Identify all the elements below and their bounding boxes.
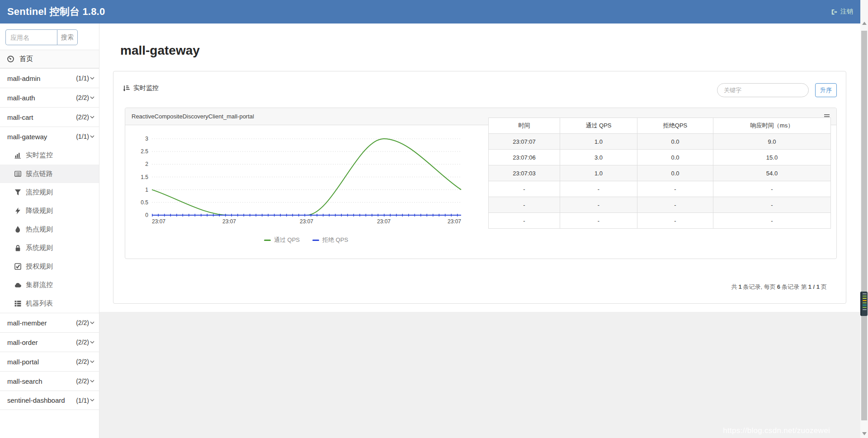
svg-text:23:07: 23:07	[377, 218, 391, 225]
table-cell: 1.0	[560, 134, 637, 150]
submenu-label: 降级规则	[26, 207, 53, 215]
table-column-header: 时间	[489, 118, 560, 134]
submenu-item-cluster-flow[interactable]: 集群流控	[0, 276, 99, 294]
app-search-group: 搜索	[5, 29, 94, 45]
sidebar-item-mall-auth[interactable]: mall-auth (2/2)	[0, 88, 99, 107]
sidebar-item-mall-order[interactable]: mall-order (2/2)	[0, 332, 99, 352]
chevron-down-icon	[90, 380, 94, 383]
submenu-item-system-rules[interactable]: 系统规则	[0, 239, 99, 257]
cloud-icon	[14, 282, 21, 288]
record-total: 1	[738, 283, 741, 290]
svg-text:3: 3	[145, 136, 148, 142]
watermark-url: https://blog.csdn.net/zuozewei	[723, 426, 830, 435]
app-name: mall-gateway	[7, 133, 47, 141]
logout-button[interactable]: 注销	[831, 8, 853, 16]
legend-item-pass-qps[interactable]: 通过 QPS	[264, 236, 300, 244]
app-name: mall-cart	[7, 113, 33, 121]
scrollbar-up-arrow[interactable]	[862, 22, 867, 25]
legend-label: 拒绝 QPS	[322, 236, 348, 244]
keyword-input[interactable]	[717, 83, 809, 97]
submenu-item-flow-rules[interactable]: 流控规则	[0, 183, 99, 202]
submenu-item-authority-rules[interactable]: 授权规则	[0, 257, 99, 276]
submenu-label: 热点规则	[26, 225, 53, 234]
scroll-minimap-widget[interactable]	[860, 292, 868, 316]
pagination-summary: 共1条记录, 每页6条记录 第1 / 1页	[731, 283, 827, 291]
sidebar-item-sentinel-dashboard[interactable]: sentinel-dashboard (1/1)	[0, 391, 99, 410]
monitor-panel: 实时监控 升序 ReactiveCompositeDiscoveryClient…	[113, 71, 846, 304]
table-row: 23:07:031.00.054.0	[489, 165, 831, 181]
table-cell: 9.0	[713, 134, 831, 150]
table-row: ----	[489, 197, 831, 213]
table-row: ----	[489, 213, 831, 229]
submenu-item-realtime-monitor[interactable]: 实时监控	[0, 146, 99, 165]
svg-text:1: 1	[145, 187, 148, 193]
bolt-icon	[14, 207, 21, 214]
chevron-down-icon	[90, 360, 94, 363]
app-name: mall-member	[7, 319, 47, 327]
filter-icon	[14, 189, 21, 196]
app-count: (2/2)	[76, 377, 94, 385]
submenu-label: 簇点链路	[26, 170, 53, 178]
legend-item-reject-qps[interactable]: 拒绝 QPS	[312, 236, 348, 244]
svg-text:23:07: 23:07	[448, 218, 461, 225]
sign-out-icon	[831, 9, 838, 15]
page-indicator: 1 / 1	[808, 283, 820, 290]
submenu-item-cluster-link[interactable]: 簇点链路	[0, 165, 99, 183]
app-count: (1/1)	[76, 75, 94, 82]
submenu-item-machine-list[interactable]: 机器列表	[0, 294, 99, 313]
sidebar-item-mall-portal[interactable]: mall-portal (2/2)	[0, 352, 99, 371]
scrollbar-thumb[interactable]	[861, 31, 867, 420]
dashboard-gauge-icon	[7, 56, 14, 62]
svg-text:1.5: 1.5	[141, 174, 148, 180]
table-column-header: 通过 QPS	[560, 118, 637, 134]
chart-card-title: ReactiveCompositeDiscoveryClient_mall-po…	[132, 113, 254, 120]
app-search-input[interactable]	[5, 29, 57, 45]
table-row: 23:07:071.00.09.0	[489, 134, 831, 150]
svg-text:0: 0	[145, 212, 148, 218]
panel-heading-label: 实时监控	[133, 84, 159, 92]
sidebar-item-mall-search[interactable]: mall-search (2/2)	[0, 371, 99, 391]
sidebar-item-mall-member[interactable]: mall-member (2/2)	[0, 313, 99, 332]
svg-text:2: 2	[145, 161, 148, 167]
sidebar-item-mall-cart[interactable]: mall-cart (2/2)	[0, 107, 99, 127]
mall-gateway-submenu: 实时监控 簇点链路 流控规则 降级规则	[0, 146, 99, 313]
chevron-down-icon	[90, 116, 94, 119]
sidebar-item-mall-admin[interactable]: mall-admin (1/1)	[0, 68, 99, 88]
submenu-label: 实时监控	[26, 151, 53, 160]
app-name: mall-portal	[7, 358, 39, 366]
table-cell: 15.0	[713, 150, 831, 165]
table-cell: -	[713, 213, 831, 229]
submenu-item-degrade-rules[interactable]: 降级规则	[0, 202, 99, 220]
table-row: ----	[489, 181, 831, 197]
submenu-item-hotspot-rules[interactable]: 热点规则	[0, 220, 99, 239]
qps-line-chart: 00.511.522.5323:0723:0723:0723:0723:07	[132, 131, 476, 237]
submenu-label: 系统规则	[26, 244, 53, 252]
sidebar: 搜索 首页 mall-admin (1/1) mall-auth (2/2) m…	[0, 24, 99, 438]
th-list-icon	[14, 300, 21, 307]
fire-icon	[14, 226, 21, 233]
panel-heading: 实时监控	[123, 84, 159, 92]
check-square-icon	[14, 263, 21, 270]
table-cell: -	[560, 213, 637, 229]
chevron-down-icon	[90, 135, 94, 138]
app-brand: Sentinel 控制台 1.8.0	[7, 5, 105, 19]
app-name: mall-admin	[7, 75, 40, 82]
legend-label: 通过 QPS	[274, 236, 300, 244]
app-search-button[interactable]: 搜索	[57, 29, 78, 45]
sort-amount-icon	[123, 85, 130, 92]
submenu-label: 授权规则	[26, 262, 53, 271]
sidebar-item-home[interactable]: 首页	[0, 50, 99, 68]
sort-order-button[interactable]: 升序	[815, 83, 837, 97]
table-row: 23:07:063.00.015.0	[489, 150, 831, 165]
chart-bar-icon	[14, 152, 21, 159]
scrollbar-down-arrow[interactable]	[862, 432, 867, 435]
sidebar-item-mall-gateway[interactable]: mall-gateway (1/1)	[0, 127, 99, 146]
table-cell: 0.0	[637, 165, 713, 181]
table-cell: 23:07:06	[489, 150, 560, 165]
table-cell: -	[637, 181, 713, 197]
table-cell: 0.0	[637, 134, 713, 150]
table-column-header: 拒绝QPS	[637, 118, 713, 134]
table-cell: -	[560, 181, 637, 197]
app-name: mall-order	[7, 339, 38, 346]
monitor-table: 时间通过 QPS拒绝QPS响应时间（ms）23:07:071.00.09.023…	[488, 118, 831, 229]
